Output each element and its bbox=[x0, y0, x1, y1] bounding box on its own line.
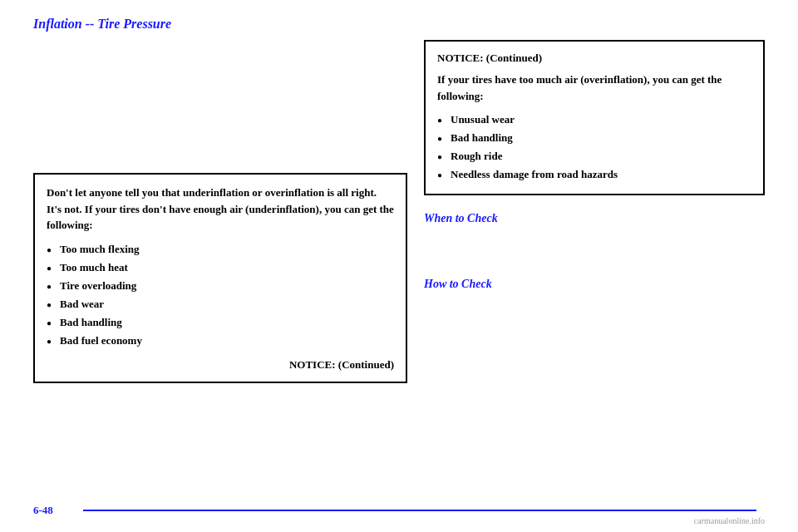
notice-box-overinflation: NOTICE: (Continued) If your tires have t… bbox=[424, 40, 765, 195]
bottom-bar: 6-48 bbox=[33, 504, 765, 517]
when-to-check-body bbox=[424, 230, 765, 247]
list-item: Needless damage from road hazards bbox=[437, 165, 751, 184]
notice-continued-label: NOTICE: (Continued) bbox=[47, 358, 394, 372]
how-to-check-body-2 bbox=[424, 319, 765, 336]
list-item: Bad handling bbox=[437, 129, 751, 147]
underinflation-list: Too much flexing Too much heat Tire over… bbox=[47, 240, 394, 351]
how-to-check-heading: How to Check bbox=[424, 278, 765, 291]
list-item: Tire overloading bbox=[47, 277, 394, 295]
when-to-check-body-2 bbox=[424, 254, 765, 270]
list-item: Bad handling bbox=[47, 313, 394, 332]
list-item: Too much heat bbox=[47, 259, 394, 277]
page-title: Inflation -- Tire Pressure bbox=[33, 17, 765, 32]
left-column: Don't let anyone tell you that underinfl… bbox=[33, 40, 407, 383]
overinflation-list: Unusual wear Bad handling Rough ride Nee… bbox=[437, 111, 751, 184]
page-container: Inflation -- Tire Pressure Don't let any… bbox=[0, 0, 798, 532]
notice-intro-text: Don't let anyone tell you that underinfl… bbox=[47, 185, 394, 234]
how-to-check-body bbox=[424, 296, 765, 313]
bottom-line bbox=[83, 510, 756, 511]
list-item: Bad wear bbox=[47, 295, 394, 313]
list-item: Bad fuel economy bbox=[47, 332, 394, 350]
content-area: Don't let anyone tell you that underinfl… bbox=[33, 40, 765, 383]
right-column: NOTICE: (Continued) If your tires have t… bbox=[424, 40, 765, 383]
list-item: Unusual wear bbox=[437, 111, 751, 129]
notice-box-underinflation: Don't let anyone tell you that underinfl… bbox=[33, 173, 407, 383]
overinflation-intro: If your tires have too much air (overinf… bbox=[437, 71, 751, 104]
notice-right-header: NOTICE: (Continued) bbox=[437, 52, 751, 65]
watermark: carmanualonline.info bbox=[694, 516, 765, 525]
list-item: Rough ride bbox=[437, 147, 751, 165]
when-to-check-heading: When to Check bbox=[424, 212, 765, 225]
page-number: 6-48 bbox=[33, 504, 75, 517]
list-item: Too much flexing bbox=[47, 240, 394, 259]
